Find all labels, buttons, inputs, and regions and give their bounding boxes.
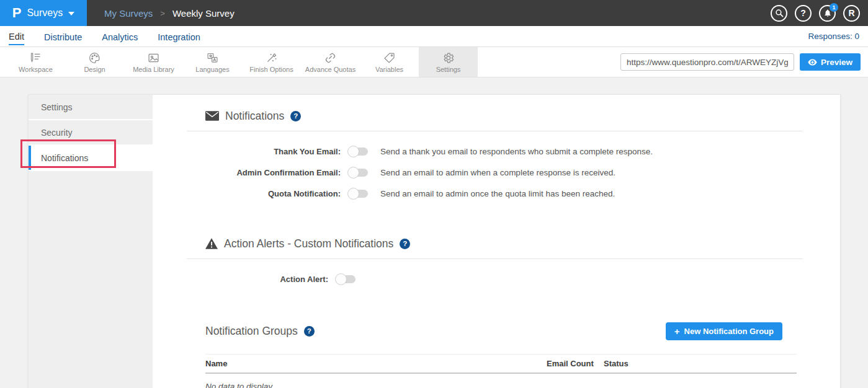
- tab-integration[interactable]: Integration: [158, 29, 200, 45]
- edit-toolbar: Workspace Design Media Library Languages…: [0, 47, 868, 77]
- admin-confirmation-email-label: Admin Confirmation Email:: [187, 168, 341, 177]
- action-alerts-help-icon[interactable]: ?: [400, 239, 410, 249]
- toolbar-settings[interactable]: Settings: [419, 47, 478, 77]
- divider: [205, 373, 797, 374]
- thank-you-email-row: Thank You Email: Send a thank you email …: [187, 141, 840, 162]
- notification-groups-title: Notification Groups: [205, 325, 298, 338]
- notification-groups-header: Notification Groups ? + New Notification…: [205, 322, 782, 340]
- notifications-section-header: Notifications ?: [205, 107, 840, 125]
- notification-groups-help-icon[interactable]: ?: [304, 326, 315, 337]
- new-notification-group-label: New Notification Group: [684, 327, 774, 336]
- toolbar-finish-options[interactable]: Finish Options: [242, 47, 301, 77]
- divider: [187, 131, 803, 131]
- responses-count: Responses: 0: [808, 32, 859, 41]
- preview-label: Preview: [821, 58, 852, 67]
- notification-count-badge: 1: [830, 3, 838, 12]
- notifications-button[interactable]: 1: [819, 5, 836, 22]
- toolbar-workspace[interactable]: Workspace: [6, 47, 65, 77]
- survey-nav-bar: Edit Distribute Analytics Integration Re…: [0, 26, 868, 47]
- help-icon: ?: [800, 8, 806, 18]
- settings-card: Settings Security Notifications Notifica…: [28, 94, 841, 388]
- plus-icon: +: [674, 326, 680, 337]
- tag-icon: [383, 51, 396, 64]
- action-alerts-section-title: Action Alerts - Custom Notifications: [224, 237, 393, 250]
- toolbar-variables-label: Variables: [375, 66, 403, 73]
- tab-analytics[interactable]: Analytics: [102, 29, 138, 45]
- tab-distribute[interactable]: Distribute: [44, 29, 82, 45]
- action-alerts-section-header: Action Alerts - Custom Notifications ?: [205, 235, 840, 252]
- toolbar-media-library-label: Media Library: [133, 66, 174, 73]
- admin-confirmation-email-row: Admin Confirmation Email: Send an email …: [187, 162, 840, 183]
- thank-you-email-description: Send a thank you email to respondents wh…: [380, 147, 653, 156]
- survey-url-input[interactable]: [620, 53, 794, 71]
- chevron-down-icon: [68, 12, 74, 15]
- new-notification-group-button[interactable]: + New Notification Group: [666, 322, 782, 340]
- toolbar-languages-label: Languages: [195, 66, 229, 73]
- column-header-name: Name: [205, 359, 547, 368]
- sidebar-item-security[interactable]: Security: [29, 120, 153, 144]
- toolbar-variables[interactable]: Variables: [360, 47, 419, 77]
- quota-notification-label: Quota Notification:: [187, 189, 341, 198]
- breadcrumb: My Surveys > Weekly Survey: [104, 8, 235, 19]
- user-avatar[interactable]: R: [843, 5, 860, 22]
- toolbar-workspace-label: Workspace: [19, 66, 53, 73]
- sidebar-item-settings-label: Settings: [41, 102, 73, 112]
- tab-edit[interactable]: Edit: [9, 28, 24, 45]
- toolbar-advance-quotas-label: Advance Quotas: [305, 66, 356, 73]
- sidebar-item-notifications-label: Notifications: [41, 153, 88, 163]
- quota-notification-row: Quota Notification: Send an email to adm…: [187, 183, 840, 204]
- search-icon: [775, 9, 784, 17]
- notifications-help-icon[interactable]: ?: [290, 111, 301, 121]
- breadcrumb-separator: >: [160, 9, 165, 18]
- thank-you-email-toggle[interactable]: [349, 148, 368, 156]
- notification-groups-table: Name Email Count Status No data to displ…: [205, 354, 797, 388]
- avatar-initial: R: [848, 8, 854, 18]
- toggle-knob: [347, 146, 359, 157]
- action-alert-label: Action Alert:: [187, 275, 328, 284]
- toolbar-design[interactable]: Design: [65, 47, 124, 77]
- sidebar-item-settings[interactable]: Settings: [29, 95, 153, 119]
- link-icon: [324, 51, 337, 64]
- breadcrumb-current-survey: Weekly Survey: [172, 8, 235, 19]
- quota-notification-toggle[interactable]: [349, 190, 368, 198]
- action-alert-toggle[interactable]: [336, 275, 356, 283]
- preview-button[interactable]: Preview: [800, 53, 861, 71]
- notifications-panel: Notifications ? Thank You Email: Send a …: [153, 95, 840, 388]
- toolbar-design-label: Design: [84, 66, 105, 73]
- breadcrumb-my-surveys[interactable]: My Surveys: [104, 8, 153, 19]
- sidebar-filler: [29, 171, 153, 388]
- translate-icon: [206, 51, 219, 64]
- envelope-icon: [205, 111, 219, 121]
- image-icon: [147, 51, 160, 64]
- workspace-icon: [29, 51, 42, 64]
- thank-you-email-label: Thank You Email:: [187, 147, 341, 156]
- sidebar-item-security-label: Security: [41, 128, 73, 138]
- column-header-status: Status: [604, 359, 797, 368]
- toolbar-advance-quotas[interactable]: Advance Quotas: [301, 47, 360, 77]
- toolbar-settings-label: Settings: [436, 66, 461, 73]
- notifications-section-title: Notifications: [225, 110, 284, 123]
- warning-triangle-icon: [205, 238, 218, 249]
- admin-confirmation-email-description: Send an email to admin when a complete r…: [380, 168, 615, 177]
- toolbar-languages[interactable]: Languages: [183, 47, 242, 77]
- toggle-knob: [347, 188, 359, 200]
- table-header-row: Name Email Count Status: [205, 355, 797, 373]
- surveys-menu[interactable]: P Surveys: [0, 0, 87, 26]
- page-body: Settings Security Notifications Notifica…: [0, 77, 868, 388]
- magic-wand-icon: [265, 51, 278, 64]
- toolbar-media-library[interactable]: Media Library: [124, 47, 183, 77]
- help-button[interactable]: ?: [795, 5, 812, 22]
- top-bar: P Surveys My Surveys > Weekly Survey ? 1…: [0, 0, 868, 26]
- admin-confirmation-email-toggle[interactable]: [349, 169, 368, 177]
- action-alert-row: Action Alert:: [187, 268, 840, 289]
- divider: [187, 258, 803, 259]
- product-label: Surveys: [27, 7, 63, 19]
- eye-icon: [808, 59, 817, 66]
- search-button[interactable]: [771, 5, 787, 22]
- toggle-knob: [347, 167, 359, 179]
- gear-icon: [442, 51, 455, 64]
- toolbar-finish-options-label: Finish Options: [249, 66, 293, 73]
- palette-icon: [88, 51, 101, 64]
- quota-notification-description: Send an email to admin once the quota li…: [380, 189, 615, 198]
- sidebar-item-notifications[interactable]: Notifications: [29, 146, 153, 170]
